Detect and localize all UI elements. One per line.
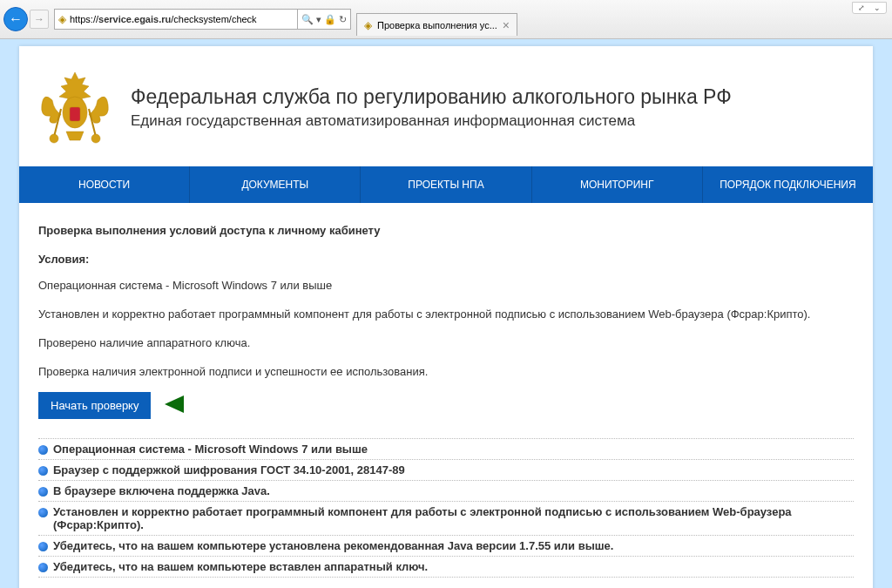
lock-icon: 🔒 xyxy=(324,14,336,25)
nav-item-news[interactable]: НОВОСТИ xyxy=(19,166,190,203)
close-icon[interactable]: × xyxy=(503,18,510,32)
forward-button[interactable]: → xyxy=(30,10,49,29)
condition-text: Проверено наличие аппаратного ключа. xyxy=(38,335,854,352)
nav-item-npa[interactable]: ПРОЕКТЫ НПА xyxy=(361,166,531,203)
browser-chrome: ⤢ ⌄ ← → ◈ https://service.egais.ru/check… xyxy=(0,0,892,39)
site-subtitle: Единая государственная автоматизированна… xyxy=(131,112,732,130)
main-nav: НОВОСТИ ДОКУМЕНТЫ ПРОЕКТЫ НПА МОНИТОРИНГ… xyxy=(19,166,873,203)
refresh-icon[interactable]: ↻ xyxy=(339,14,347,25)
dropdown-icon[interactable]: ▾ xyxy=(316,14,321,25)
site-title: Федеральная служба по регулированию алко… xyxy=(131,85,732,109)
button-row: Начать проверку xyxy=(38,392,854,419)
window-controls: ⤢ ⌄ xyxy=(852,2,887,14)
nav-buttons: ← → xyxy=(3,7,49,31)
condition-text: Операционная система - Microsoft Windows… xyxy=(38,278,854,294)
bullet-icon xyxy=(38,563,48,572)
svg-point-4 xyxy=(50,134,58,143)
nav-item-connect[interactable]: ПОРЯДОК ПОДКЛЮЧЕНИЯ xyxy=(703,166,873,203)
page: Федеральная служба по регулированию алко… xyxy=(19,46,873,588)
expand-icon[interactable]: ⤢ xyxy=(855,3,868,12)
checklist-item: Браузер с поддержкой шифрования ГОСТ 34.… xyxy=(38,459,854,480)
site-header: Федеральная служба по регулированию алко… xyxy=(19,46,873,166)
address-bar[interactable]: ◈ https://service.egais.ru/checksystem/c… xyxy=(54,9,298,30)
arrow-hint-icon xyxy=(163,394,241,417)
checklist-item: Убедитесь, что на вашем компьютере устан… xyxy=(38,535,854,556)
back-button[interactable]: ← xyxy=(3,7,28,31)
conditions-label: Условия: xyxy=(38,253,854,266)
search-icon[interactable]: 🔍 xyxy=(301,14,314,25)
page-wrapper: Федеральная служба по регулированию алко… xyxy=(0,39,892,588)
checklist-item: Установлен и корректно работает программ… xyxy=(38,501,854,535)
checklist-item: Убедитесь, что на вашем компьютере встав… xyxy=(38,556,854,578)
content: Проверка выполнения условий доступа к ли… xyxy=(19,203,873,588)
condition-text: Установлен и корректно работает программ… xyxy=(38,307,854,323)
svg-point-5 xyxy=(91,134,100,143)
bullet-icon xyxy=(38,542,48,551)
checklist-item: В браузере включена поддержка Java. xyxy=(38,480,854,501)
site-titles: Федеральная служба по регулированию алко… xyxy=(131,85,732,130)
site-emblem-icon xyxy=(35,65,115,149)
checklist: Операционная система - Microsoft Windows… xyxy=(38,438,854,578)
url-text: https://service.egais.ru/checksystem/che… xyxy=(70,14,257,24)
browser-tab[interactable]: ◈ Проверка выполнения ус... × xyxy=(356,13,517,36)
start-check-button[interactable]: Начать проверку xyxy=(38,392,151,419)
tab-favicon-icon: ◈ xyxy=(364,19,372,31)
nav-item-monitoring[interactable]: МОНИТОРИНГ xyxy=(532,166,703,203)
nav-item-documents[interactable]: ДОКУМЕНТЫ xyxy=(190,166,361,203)
bullet-icon xyxy=(38,466,48,476)
bullet-icon xyxy=(38,445,48,455)
page-heading: Проверка выполнения условий доступа к ли… xyxy=(38,224,854,237)
bullet-icon xyxy=(38,508,48,517)
svg-rect-1 xyxy=(70,107,80,121)
tab-title: Проверка выполнения ус... xyxy=(377,20,497,30)
chevron-down-icon[interactable]: ⌄ xyxy=(871,3,883,12)
address-controls: 🔍 ▾ 🔒 ↻ xyxy=(298,9,351,30)
site-favicon-icon: ◈ xyxy=(58,13,66,25)
checklist-item: Операционная система - Microsoft Windows… xyxy=(38,438,854,459)
bullet-icon xyxy=(38,487,48,497)
condition-text: Проверка наличия электронной подписи и у… xyxy=(38,364,854,381)
